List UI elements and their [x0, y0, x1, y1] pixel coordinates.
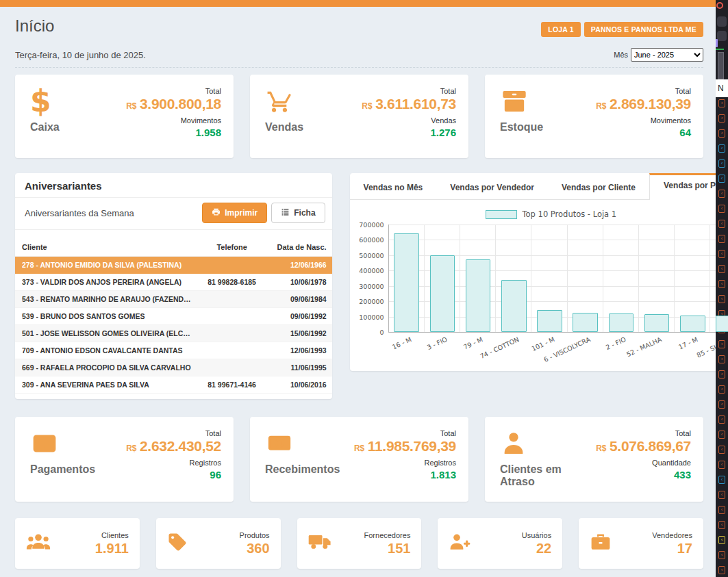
fornecedores-mini-card[interactable]: Fornecedores 151 [297, 518, 422, 569]
print-button[interactable]: Imprimir [202, 203, 267, 223]
chart-bar [394, 233, 419, 332]
devtools-node-icon[interactable]: ‹ [718, 355, 725, 363]
devtools-node-icon[interactable]: ‹ [718, 220, 725, 228]
devtools-node-icon[interactable]: ‹ [718, 370, 725, 379]
count-label: Quantidade [596, 459, 691, 467]
store-badge[interactable]: LOJA 1 [541, 22, 581, 37]
usuarios-mini-card[interactable]: Usuários 22 [438, 518, 562, 569]
briefcase-icon [590, 533, 612, 554]
chart-x-label: 52 - MALHA [625, 335, 663, 358]
devtools-node-icon[interactable]: ‹ [718, 431, 725, 439]
cell-telefone: 81 99828-6185 [191, 278, 273, 286]
devtools-node-icon[interactable]: ‹ [718, 295, 725, 303]
devtools-node-icon[interactable]: ‹ [718, 205, 725, 213]
devtools-node-icon[interactable]: ‹ [718, 415, 725, 424]
vendas-card[interactable]: Vendas Total R$ 3.611.610,73 Vendas 1.27… [250, 75, 468, 158]
devtools-node-icon[interactable]: ‹ [718, 446, 725, 454]
recebimentos-card[interactable]: 1 Recebimentos Total R$ 11.985.769,39 Re… [250, 417, 468, 502]
devtools-node-icon[interactable]: ‹ [718, 385, 725, 394]
devtools-node-icon[interactable]: ‹ [718, 250, 725, 258]
card-title: Vendas [265, 121, 303, 133]
devtools-scrollbar[interactable] [718, 52, 724, 79]
vendedores-mini-card[interactable]: Vendedores 17 [579, 518, 703, 569]
card-title: Clientes em Atraso [500, 463, 596, 488]
total-label: Total [362, 87, 456, 95]
devtools-node-icon[interactable]: ‹ [718, 159, 725, 168]
cart-icon [265, 86, 303, 117]
list-icon [281, 207, 290, 218]
top-orange-bar [0, 0, 716, 7]
dashboard-main: Início LOJA 1 PANNOS E PANNOS LTDA ME Te… [0, 0, 716, 577]
devtools-strip: N ‹‹‹‹‹‹‹‹‹‹‹‹‹‹‹‹‹‹‹‹‹‹‹‹‹‹‹‹‹‹‹‹ [716, 0, 728, 577]
devtools-node-icon[interactable]: ‹ [718, 235, 725, 243]
company-badge[interactable]: PANNOS E PANNOS LTDA ME [584, 22, 703, 37]
dollar-icon: $ [30, 86, 60, 117]
mini-value: 151 [364, 541, 411, 556]
devtools-node-icon[interactable]: ‹ [718, 506, 725, 514]
devtools-node-icon[interactable]: ‹ [718, 265, 725, 273]
finance-cards-row: Pagamentos Total R$ 2.632.430,52 Registr… [15, 417, 703, 502]
birthday-row[interactable]: 539 - BRUNO DOS SANTOS GOMES09/06/1992 [15, 308, 332, 325]
clientes-mini-card[interactable]: Clientes 1.911 [15, 518, 140, 569]
legend-label: Top 10 Produtos - Loja 1 [523, 209, 617, 219]
devtools-node-icon[interactable]: ‹ [718, 491, 725, 499]
date-row: Terça-feira, 10 de junho de 2025. Mês Ju… [15, 48, 703, 62]
cell-cliente: 709 - ANTONIO EDSON CAVALCANTE DANTAS [22, 346, 191, 355]
devtools-node-icon[interactable]: ‹ [718, 114, 725, 123]
devtools-node-icon[interactable]: ‹ [718, 566, 725, 574]
devtools-pill[interactable] [717, 16, 727, 27]
y-axis-tick: 700000 [359, 221, 384, 229]
birthday-row[interactable]: 669 - RAFAELA PROCOPIO DA SILVA CARVALHO… [15, 359, 332, 376]
devtools-node-icon[interactable]: ‹ [718, 521, 725, 529]
devtools-node-icon[interactable]: ‹ [718, 129, 725, 138]
devtools-node-icon[interactable]: ‹ [718, 190, 725, 198]
pagamentos-card[interactable]: Pagamentos Total R$ 2.632.430,52 Registr… [15, 417, 234, 502]
tab-vendas-no-mes[interactable]: Vendas no Mês [350, 173, 437, 199]
record-icon[interactable] [716, 2, 723, 9]
produtos-mini-card[interactable]: Produtos 360 [156, 518, 281, 569]
mini-value: 1.911 [95, 541, 129, 556]
cell-data-nasc: 09/06/1992 [273, 312, 327, 320]
mini-value: 360 [240, 541, 270, 556]
devtools-node-icon[interactable]: ‹ [718, 340, 725, 348]
total-value: R$ 5.076.869,67 [596, 438, 691, 454]
devtools-node-icon[interactable]: ‹ [718, 280, 725, 288]
birthday-row[interactable]: 501 - JOSE WELISSON GOMES OLIVEIRA (ELC…… [15, 325, 332, 342]
devtools-node-icon[interactable]: ‹ [718, 551, 725, 559]
month-select[interactable]: June - 2025 [631, 48, 703, 62]
month-label: Mês [614, 51, 628, 59]
caixa-card[interactable]: $ Caixa Total R$ 3.900.800,18 Movimentos… [15, 75, 234, 158]
total-label: Total [126, 87, 221, 95]
tab-vendas-por-vendedor[interactable]: Vendas por Vendedor [436, 173, 548, 199]
clientes-atraso-card[interactable]: Clientes em Atraso Total R$ 5.076.869,67… [485, 417, 703, 502]
birthday-row[interactable]: 543 - RENATO MARINHO DE ARAUJO (FAZEND…0… [15, 291, 332, 308]
devtools-node-icon[interactable]: ‹ [718, 400, 725, 409]
total-label: Total [354, 429, 456, 437]
birthday-row[interactable]: 278 - ANTONIO EMIDIO DA SILVA (PALESTINA… [15, 257, 332, 274]
devtools-node-icon[interactable]: ‹ [718, 476, 725, 484]
total-value: R$ 3.611.610,73 [362, 96, 456, 112]
devtools-pill[interactable] [717, 31, 727, 41]
birthday-row[interactable]: 373 - VALDIR DOS ANJOS PEREIRA (ANGELA)8… [15, 274, 332, 291]
ficha-button[interactable]: Ficha [271, 203, 325, 223]
money-bill-icon: 1 [265, 428, 340, 459]
devtools-node-icon[interactable]: ‹ [718, 536, 725, 544]
devtools-n-label: N [716, 79, 728, 97]
truck-icon [308, 533, 331, 554]
tab-vendas-por-cliente[interactable]: Vendas por Cliente [548, 173, 649, 199]
birthday-row[interactable]: 309 - ANA SEVERINA PAES DA SILVA81 99671… [15, 376, 332, 394]
estoque-card[interactable]: Estoque Total R$ 2.869.130,39 Movimentos… [485, 75, 703, 158]
y-axis-tick: 300000 [359, 282, 384, 290]
svg-text:1: 1 [277, 439, 282, 448]
count-value: 96 [126, 469, 221, 480]
devtools-node-icon[interactable]: ‹ [718, 99, 725, 107]
devtools-node-icon[interactable]: ‹ [718, 144, 725, 153]
birthday-table: Cliente Telefone Data de Nasc. 278 - ANT… [15, 240, 332, 399]
chart-y-axis: 0100000200000300000400000500000600000700… [355, 225, 388, 333]
header-divider [15, 67, 703, 68]
devtools-node-icon[interactable]: ‹ [718, 461, 725, 469]
total-value: R$ 3.900.800,18 [126, 96, 221, 112]
birthday-row[interactable]: 709 - ANTONIO EDSON CAVALCANTE DANTAS12/… [15, 342, 332, 359]
devtools-strip-icons: ‹‹‹‹‹‹‹‹‹‹‹‹‹‹‹‹‹‹‹‹‹‹‹‹‹‹‹‹‹‹‹‹ [716, 99, 728, 574]
devtools-node-icon[interactable]: ‹ [718, 175, 725, 183]
